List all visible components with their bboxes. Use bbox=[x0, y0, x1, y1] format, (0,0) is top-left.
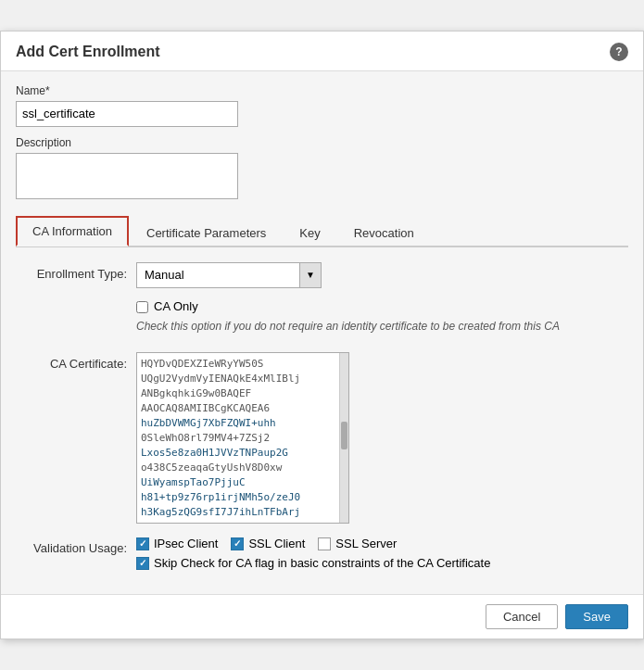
ca-only-hint: Check this option if you do not require … bbox=[136, 319, 628, 335]
ca-only-checkbox[interactable] bbox=[136, 301, 148, 313]
enrollment-type-control: Manual SCEP EST ▼ bbox=[136, 262, 628, 288]
description-input[interactable] bbox=[16, 153, 238, 199]
ssl-server-item: SSL Server bbox=[318, 537, 397, 550]
cert-line-9: UiWyamspTao7PjjuC bbox=[141, 476, 246, 488]
enrollment-type-dropdown-wrapper: Manual SCEP EST ▼ bbox=[136, 262, 322, 288]
cert-scrollbar-thumb bbox=[341, 422, 347, 449]
validation-usage-control: IPsec Client SSL Client SSL Server bbox=[136, 537, 628, 570]
ca-certificate-control: HQYDvQDEXZIeWRyYW50S UQgU2VydmVyIENAQkE4… bbox=[136, 352, 628, 524]
tab-ca-information[interactable]: CA Information bbox=[16, 216, 129, 247]
ssl-client-item: SSL Client bbox=[231, 537, 305, 550]
ca-cert-text: HQYDvQDEXZIeWRyYW50S UQgU2VydmVyIENAQkE4… bbox=[137, 353, 339, 523]
tabs-container: CA Information Certificate Parameters Ke… bbox=[16, 215, 628, 247]
dialog-title: Add Cert Enrollment bbox=[16, 44, 160, 60]
ipsec-client-checkbox[interactable] bbox=[136, 537, 149, 550]
cert-line-12: NZlDrZaaqOry bbox=[141, 521, 214, 524]
name-input[interactable] bbox=[16, 101, 238, 127]
cert-line-7: Lxos5e8za0H1JVVzTNPaup2G bbox=[141, 447, 288, 459]
cancel-button[interactable]: Cancel bbox=[486, 604, 558, 629]
cert-line-1: HQYDvQDEXZIeWRyYW50S bbox=[141, 358, 263, 370]
ssl-server-label: SSL Server bbox=[335, 537, 397, 550]
cert-line-6: 0SleWhO8rl79MV4+7ZSj2 bbox=[141, 432, 270, 444]
cert-scrollbar[interactable] bbox=[339, 353, 348, 523]
validation-usage-row: Validation Usage: IPsec Client SSL Clien… bbox=[16, 537, 628, 570]
cert-line-11: h3Kag5zQG9sfI7J7ihLnTFbArj bbox=[141, 506, 300, 518]
cert-line-5: huZbDVWMGj7XbFZQWI+uhh bbox=[141, 417, 276, 429]
description-label: Description bbox=[16, 136, 628, 149]
cert-line-8: o438C5zeaqaGtyUshV8D0xw bbox=[141, 461, 282, 474]
ca-only-row: CA Only Check this option if you do not … bbox=[16, 299, 628, 342]
validation-checkboxes-row: IPsec Client SSL Client SSL Server bbox=[136, 537, 628, 550]
enrollment-type-select[interactable]: Manual SCEP EST bbox=[136, 262, 322, 288]
dialog-body: Name* Description CA Information Certifi… bbox=[1, 71, 643, 595]
ssl-client-checkbox[interactable] bbox=[231, 537, 244, 550]
ipsec-client-item: IPsec Client bbox=[136, 537, 218, 550]
tab-revocation[interactable]: Revocation bbox=[338, 219, 430, 247]
help-icon[interactable]: ? bbox=[610, 43, 628, 61]
dialog-add-cert-enrollment: Add Cert Enrollment ? Name* Description … bbox=[0, 31, 644, 640]
ca-cert-area-wrapper: HQYDvQDEXZIeWRyYW50S UQgU2VydmVyIENAQkE4… bbox=[136, 352, 349, 524]
cert-line-2: UQgU2VydmVyIENAQkE4xMlIBlj bbox=[141, 373, 300, 385]
cert-line-3: ANBgkqhkiG9w0BAQEF bbox=[141, 387, 251, 399]
ssl-client-label: SSL Client bbox=[248, 537, 305, 550]
cert-line-10: h81+tp9z76rp1irjNMh5o/zeJ0 bbox=[141, 491, 300, 503]
ca-certificate-row: CA Certificate: HQYDvQDEXZIeWRyYW50S UQg… bbox=[16, 352, 628, 524]
ca-certificate-label: CA Certificate: bbox=[16, 352, 136, 371]
tab-key[interactable]: Key bbox=[284, 219, 335, 247]
ca-only-field-label bbox=[16, 299, 136, 304]
name-label: Name* bbox=[16, 84, 628, 97]
ssl-server-checkbox[interactable] bbox=[318, 537, 331, 550]
dialog-footer: Cancel Save bbox=[1, 594, 643, 638]
enrollment-type-label: Enrollment Type: bbox=[16, 262, 136, 281]
dialog-header: Add Cert Enrollment ? bbox=[1, 32, 643, 71]
validation-usage-label: Validation Usage: bbox=[16, 537, 136, 555]
skip-check-label: Skip Check for CA flag in basic constrai… bbox=[154, 556, 490, 570]
ca-only-control: CA Only Check this option if you do not … bbox=[136, 299, 628, 342]
ca-only-label: CA Only bbox=[154, 299, 198, 313]
skip-check-checkbox[interactable] bbox=[136, 557, 149, 570]
name-group: Name* bbox=[16, 84, 628, 127]
ipsec-client-label: IPsec Client bbox=[154, 537, 218, 550]
enrollment-type-row: Enrollment Type: Manual SCEP EST ▼ bbox=[16, 262, 628, 288]
tab-content: Enrollment Type: Manual SCEP EST ▼ bbox=[16, 247, 628, 571]
ca-only-checkbox-row: CA Only bbox=[136, 299, 628, 313]
tab-certificate-parameters[interactable]: Certificate Parameters bbox=[131, 219, 282, 247]
skip-check-row: Skip Check for CA flag in basic constrai… bbox=[136, 556, 628, 570]
description-group: Description bbox=[16, 136, 628, 202]
save-button[interactable]: Save bbox=[565, 604, 628, 629]
cert-line-4: AAOCAQ8AMIIBCgKCAQEA6 bbox=[141, 402, 270, 414]
